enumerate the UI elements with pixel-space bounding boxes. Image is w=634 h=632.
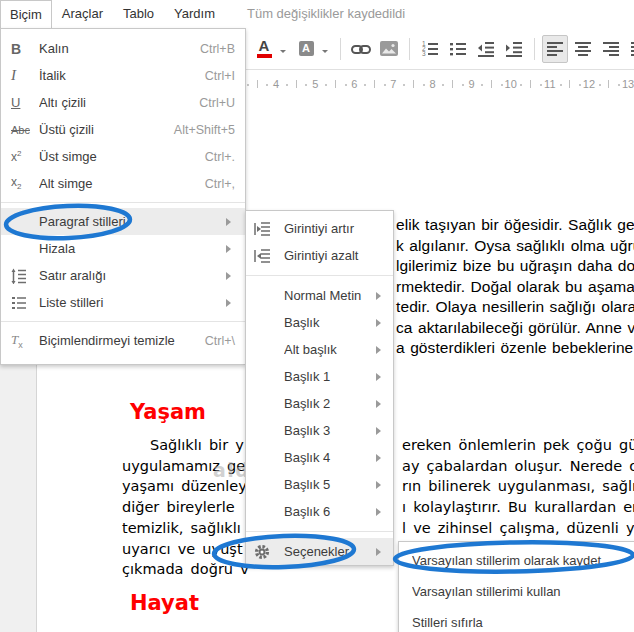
insert-link-button[interactable] [348,35,374,63]
ruler-tick [599,84,601,86]
heading-yasam: Yaşam [130,400,206,424]
menu-item-label: Başlık 3 [284,423,368,438]
menu-item-paragraph-styles[interactable]: Paragraf stilleri [1,208,245,235]
menu-item-underline[interactable]: UAltı çiziliCtrl+U [1,89,245,116]
svg-text:3: 3 [422,50,426,57]
insert-link-icon [351,41,371,57]
decrease-indent-icon [477,41,495,57]
numbered-list-button[interactable]: 123 [417,35,443,63]
menu-item-label: Altı çizili [39,95,187,110]
underline-icon: U [11,95,39,110]
menu-item-superscript[interactable]: x2Üst simgeCtrl+. [1,143,245,170]
submenu-arrow-icon [226,299,235,307]
menu-item-line-spacing[interactable]: Satır aralığı [1,262,245,289]
paragraph-styles-submenu: Girintiyi artırGirintiyi azaltNormal Met… [245,210,394,566]
text-color-button[interactable]: A [251,35,277,63]
decrease-indent-button[interactable] [473,35,499,63]
align-left-button[interactable] [542,35,568,63]
justify-button[interactable] [626,35,634,63]
menu-item-italic[interactable]: IİtalikCtrl+I [1,62,245,89]
ruler-tick [335,80,336,88]
ruler-number: 7 [390,78,396,90]
menu-item-shortcut: Ctrl+I [205,69,235,83]
menu-item-options[interactable]: Seçenekler [246,538,393,565]
bulleted-list-button[interactable] [445,35,471,63]
menu-item-label: Alt simge [39,176,193,191]
menu-item-label: Seçenekler [284,544,368,559]
menu-item-heading-1[interactable]: Başlık 1 [246,363,393,390]
menu-item-heading-3[interactable]: Başlık 3 [246,417,393,444]
ruler-tick [325,84,327,86]
ruler-number: 10 [505,78,517,90]
menu-item-reset-styles[interactable]: Stilleri sıfırla [399,607,634,632]
submenu-arrow-icon [226,245,235,253]
ruler-tick [442,84,444,86]
menubar-item-araclar[interactable]: Araçlar [52,0,113,28]
menu-item-label: Üstü çizili [39,122,162,137]
ruler-tick [540,84,542,86]
increase-indent-button[interactable] [501,35,527,63]
strikethrough-icon: Abc [11,124,39,136]
menu-item-increase-indent[interactable]: Girintiyi artır [246,215,393,242]
menubar-item-bicim[interactable]: Biçim [0,0,52,28]
menu-item-normal-text[interactable]: Normal Metin [246,282,393,309]
ruler-tick [345,84,347,86]
save-status: Tüm değişiklikler kaydedildi [247,0,405,28]
menu-item-clear-formatting[interactable]: TxBiçimlendirmeyi temizleCtrl+\ [1,327,245,354]
text-color-glyph: A [259,39,270,53]
body-text-line: Sağlıklı bir y [150,437,244,453]
menu-item-label: Başlık 5 [284,477,368,492]
menu-item-save-default-styles[interactable]: Varsayılan stillerim olarak kaydet [399,545,634,576]
ruler-tick [481,84,483,86]
menu-item-strikethrough[interactable]: AbcÜstü çiziliAlt+Shift+5 [1,116,245,143]
body-text-line: l ve zihinsel çalışma, düzenli yaşa [402,520,634,536]
menu-item-heading-2[interactable]: Başlık 2 [246,390,393,417]
menu-item-heading-4[interactable]: Başlık 4 [246,444,393,471]
menubar-item-tablo[interactable]: Tablo [113,0,164,28]
menu-item-label: İtalik [39,68,193,83]
menu-item-list-styles[interactable]: Liste stilleri [1,289,245,316]
ruler-tick [266,84,268,86]
menu-item-decrease-indent[interactable]: Girintiyi azalt [246,242,393,269]
ruler-tick [530,80,531,88]
body-text-line: a gösterdikleri özenle bebeklerine s [396,339,634,357]
menu-item-subtitle[interactable]: Alt başlık [246,336,393,363]
body-text-line: diğer bireylerle [122,499,235,515]
menu-item-heading-6[interactable]: Başlık 6 [246,498,393,525]
menu-item-bold[interactable]: BKalınCtrl+B [1,35,245,62]
menu-item-label: Başlık 1 [284,369,368,384]
text-color-dropdown-caret[interactable] [280,50,286,56]
bulleted-list-icon [449,41,467,57]
menu-separator [246,275,393,276]
menu-item-heading-5[interactable]: Başlık 5 [246,471,393,498]
submenu-arrow-icon [376,400,385,408]
menu-item-label: Kalın [39,41,188,56]
ruler-tick [423,84,425,86]
ruler-tick [364,84,366,86]
menubar-item-yardim[interactable]: Yardım [164,0,225,28]
ruler-tick [403,84,405,86]
align-right-button[interactable] [598,35,624,63]
align-left-icon [547,41,564,56]
menu-item-use-default-styles[interactable]: Varsayılan stillerimi kullan [399,576,634,607]
subscript-icon: x2 [11,175,39,191]
menu-item-heading[interactable]: Başlık [246,309,393,336]
body-text-line: ca aktarılabileceği görülür. Anne ve [396,319,634,337]
submenu-arrow-icon [376,548,385,556]
menu-item-align[interactable]: Hizala [1,235,245,262]
menu-item-label: Başlık 4 [284,450,368,465]
ruler-number: 11 [544,78,555,90]
menu-item-label: Başlık 6 [284,504,368,519]
text-color-icon: A [257,39,272,58]
format-menu: BKalınCtrl+BIİtalikCtrl+IUAltı çiziliCtr… [0,28,246,365]
menu-item-label: Girintiyi artır [284,221,385,236]
insert-image-button[interactable] [376,35,402,63]
superscript-icon: x2 [11,149,39,164]
highlight-color-dropdown-caret[interactable] [322,50,328,56]
align-center-button[interactable] [570,35,596,63]
ruler-tick [501,84,503,86]
body-text-line: lgilerimiz bize bu uğraşın daha doğ [396,257,634,275]
menu-item-subscript[interactable]: x2Alt simgeCtrl+, [1,170,245,197]
highlight-color-button[interactable]: A [293,35,319,63]
menu-item-shortcut: Ctrl+B [200,42,235,56]
